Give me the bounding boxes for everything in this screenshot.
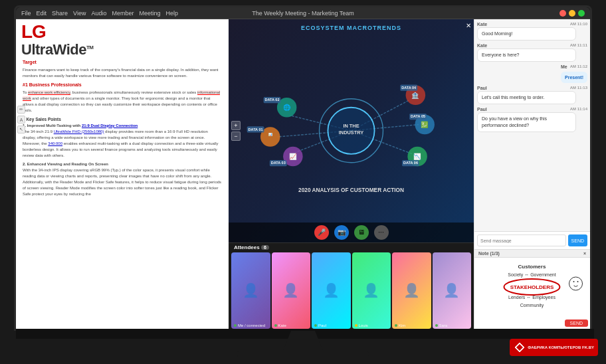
notes-title: Note (1/3)	[478, 251, 500, 256]
presentation-slide: ✕ ECOSYSTEM MACROTRENDS + −	[229, 19, 474, 242]
chat-msg-4: Paul AM 11:13 Let's call this meeting to…	[477, 86, 587, 104]
svg-text:📈: 📈	[289, 153, 297, 161]
document-content: Target Finance managers want to keep tra…	[16, 19, 229, 329]
svg-text:INDUSTRY: INDUSTRY	[339, 130, 364, 136]
lg-logo: LG	[21, 23, 94, 41]
tool-select[interactable]: ↖	[17, 126, 25, 134]
svg-text:DATA 06: DATA 06	[403, 161, 418, 165]
svg-text:DATA 05: DATA 05	[411, 114, 425, 118]
attendee-card-sara: Sara	[433, 252, 472, 329]
msg-bubble-kate1: Good Morning!	[477, 27, 576, 41]
menu-file[interactable]: File	[21, 10, 31, 17]
camera-btn[interactable]: 📷	[334, 225, 349, 240]
chat-input[interactable]	[477, 234, 566, 246]
target-heading: Target	[23, 59, 222, 66]
menu-member[interactable]: Member	[112, 10, 134, 17]
notes-panel: Note (1/3) × Customers Society ↔ Governm…	[474, 249, 590, 329]
monitor-base	[237, 351, 369, 357]
close-button[interactable]	[559, 10, 566, 17]
menu-share[interactable]: Share	[52, 10, 68, 17]
attendee-name-paul: Paul	[314, 323, 326, 327]
attendee-name-kate: Kate	[274, 323, 286, 327]
menu-help[interactable]: Help	[166, 10, 179, 17]
svg-point-42	[573, 281, 575, 282]
svg-text:STAKEHOLDERS: STAKEHOLDERS	[510, 284, 554, 290]
slide-close-btn[interactable]: ✕	[466, 22, 471, 29]
target-text: Finance managers want to keep track of t…	[23, 67, 222, 79]
menu-bar: File Edit Share View Audio Member Meetin…	[21, 10, 178, 17]
svg-text:DATA 04: DATA 04	[401, 86, 417, 90]
monitor-screen: File Edit Share View Audio Member Meetin…	[16, 7, 590, 329]
tool-highlight[interactable]: A	[17, 116, 25, 124]
menu-audio[interactable]: Audio	[91, 10, 106, 17]
screen-share-btn[interactable]: 🖥	[354, 225, 369, 240]
svg-text:IN THE: IN THE	[343, 123, 359, 129]
attendee-card-kim: Kim	[392, 252, 431, 329]
attendee-name-sara: Sara	[435, 323, 448, 327]
svg-text:💹: 💹	[421, 121, 429, 129]
chat-input-area: SEND	[474, 231, 590, 249]
menu-view[interactable]: View	[73, 10, 86, 17]
branding-badge: ФАБРИКА КОМПЬЮТЕРОВ FK.BY	[510, 339, 598, 356]
attendees-grid: Me / connected Kate Pa	[229, 243, 474, 329]
maximize-button[interactable]	[578, 10, 585, 17]
svg-text:🌐: 🌐	[283, 104, 291, 112]
svg-text:📉: 📉	[413, 153, 421, 161]
notes-close-btn[interactable]: ×	[583, 251, 586, 256]
notes-send-btn[interactable]: SEND	[565, 319, 588, 327]
attendee-name-me: Me / connected	[234, 323, 265, 327]
msg-sender-paul1: Paul AM 11:13	[477, 86, 587, 90]
section1-text: To enhance work efficiency, business pro…	[23, 90, 222, 114]
more-btn[interactable]: ···	[374, 225, 389, 240]
document-panel: LG UltraWideTM ✏ A ↖ Target Finance mana…	[16, 19, 229, 329]
attendee-name-louis: Louis	[355, 323, 368, 327]
key1-heading: 1. Improved Multi-Tasking with 21:9 Dual…	[23, 123, 222, 129]
msg-bubble-kate2: Everyone is here?	[477, 48, 576, 62]
diagram-svg: IN THE INDUSTRY 📊 DATA 01 🌐 DATA 02	[229, 19, 474, 242]
attendees-count: 6	[261, 245, 269, 250]
notes-content: Customers Society ↔ Government STAKEHOLD…	[474, 258, 590, 318]
msg-sender-me: Me AM 11:12	[477, 64, 587, 69]
slide-toolbar: 🎤 📷 🖥 ···	[229, 223, 474, 242]
notes-drawing-svg: Customers Society ↔ Government STAKEHOLD…	[477, 260, 587, 310]
chat-msg-3: Me AM 11:12 Present!	[477, 64, 587, 84]
section1-heading: #1 Business Professionals	[23, 82, 222, 88]
window-title: The Weekly Meeting - Marketing Team	[252, 10, 354, 17]
menu-edit[interactable]: Edit	[37, 10, 47, 17]
minimize-button[interactable]	[569, 10, 575, 17]
main-area: LG UltraWideTM ✏ A ↖ Target Finance mana…	[16, 19, 590, 329]
attendee-card-me: Me / connected	[231, 252, 270, 329]
svg-text:Society ↔ Government: Society ↔ Government	[508, 272, 556, 278]
key-sales-heading: 3 Key Sales Points	[23, 116, 222, 122]
chat-msg-1: Kate AM 11:10 Good Morning!	[477, 22, 587, 41]
msg-bubble-paul1: Let's call this meeting to order.	[477, 91, 576, 104]
svg-point-43	[577, 281, 579, 282]
svg-text:📊: 📊	[268, 132, 272, 137]
notes-header: Note (1/3) ×	[474, 250, 590, 258]
tool-pen[interactable]: ✏	[17, 106, 25, 114]
msg-sender-kate2: Kate AM 11:11	[477, 43, 587, 48]
svg-text:DATA 01: DATA 01	[249, 128, 263, 132]
attendees-header: Attendees 6	[234, 244, 269, 250]
window-controls	[559, 10, 585, 17]
chat-messages: Kate AM 11:10 Good Morning! Kate AM 11:1…	[474, 19, 590, 231]
title-bar: File Edit Share View Audio Member Meetin…	[16, 7, 590, 19]
mic-btn[interactable]: 🎤	[314, 225, 329, 240]
branding-text: ФАБРИКА КОМПЬЮТЕРОВ FK.BY	[528, 345, 594, 349]
msg-bubble-me: Present!	[561, 72, 587, 84]
menu-meeting[interactable]: Meeting	[139, 10, 160, 17]
svg-text:2020 ANALYSIS OF CUSTOMER ACTI: 2020 ANALYSIS OF CUSTOMER ACTION	[298, 187, 404, 193]
lg-logo-area: LG UltraWideTM	[21, 23, 94, 58]
attendees-strip: Attendees 6 Me / connected K	[229, 242, 474, 329]
key2-text: With the 34-inch IPS display covering sR…	[23, 167, 222, 197]
svg-text:Customers: Customers	[518, 264, 546, 270]
chat-msg-2: Kate AM 11:11 Everyone is here?	[477, 43, 587, 62]
chat-send-btn[interactable]: SEND	[568, 234, 587, 246]
svg-text:Community: Community	[520, 303, 544, 308]
right-panel: Kate AM 11:10 Good Morning! Kate AM 11:1…	[474, 19, 590, 329]
attendee-card-louis: Louis	[352, 252, 391, 329]
msg-bubble-paul2: Do you have a view on why this performan…	[477, 112, 576, 132]
presentation-panel: ✕ ECOSYSTEM MACROTRENDS + −	[229, 19, 474, 329]
attendee-name-kim: Kim	[395, 323, 405, 327]
chat-msg-5: Paul AM 11:14 Do you have a view on why …	[477, 107, 587, 132]
